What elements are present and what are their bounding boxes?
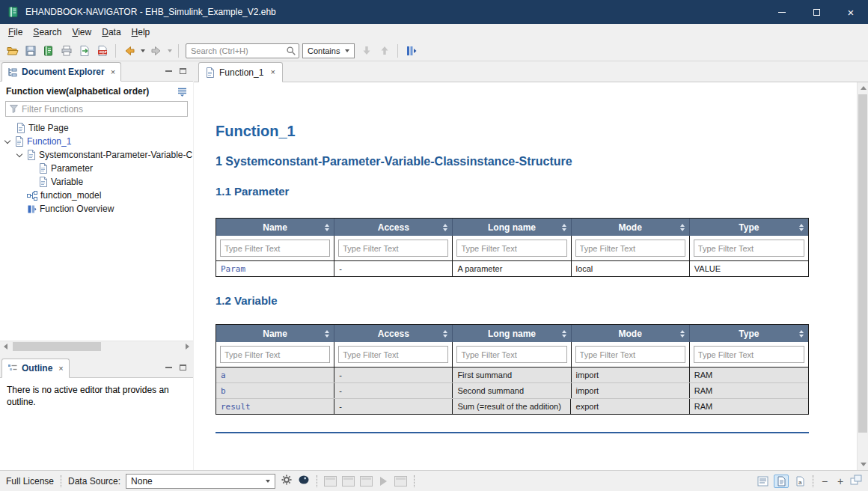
column-header-type[interactable]: Type [690,325,808,342]
column-header-name[interactable]: Name [216,325,334,342]
view-menu-icon[interactable] [177,87,187,97]
column-header-mode[interactable]: Mode [572,219,690,236]
minimize-view-icon [165,367,172,368]
parameter-filter-access-input[interactable] [338,240,448,257]
scroll-up-button[interactable] [858,82,868,94]
maximize-view-button[interactable] [180,365,186,370]
column-header-mode[interactable]: Mode [572,325,690,342]
back-history-dropdown[interactable] [138,43,147,59]
search-input[interactable] [186,43,299,58]
menu-view[interactable]: View [67,25,97,39]
column-header-long-name[interactable]: Long name [453,219,571,236]
forward-history-dropdown[interactable] [165,43,174,59]
zoom-reset-button[interactable] [850,475,862,488]
table-row[interactable]: result - Sum (=result of the addition) e… [216,398,808,414]
contains-label: Contains [308,46,340,55]
page-view-button[interactable] [774,475,789,488]
parameter-filter-name-input[interactable] [220,240,330,257]
text-view-button[interactable]: a [792,475,807,488]
column-header-access[interactable]: Access [334,325,453,342]
column-header-type[interactable]: Type [690,219,808,236]
tree-item-function-1[interactable]: Function_1 [0,135,193,148]
menu-search[interactable]: Search [28,25,67,39]
tab-document-explorer[interactable]: Document Explorer × [1,62,121,82]
next-match-button[interactable] [358,43,375,59]
maximize-button[interactable] [799,0,834,24]
tree-item-function-overview[interactable]: Function Overview [0,202,193,216]
variable-filter-access-input[interactable] [338,346,448,363]
close-button[interactable]: × [834,0,868,24]
measurement-window-button[interactable] [324,476,337,487]
column-header-name[interactable]: Name [216,219,334,236]
sort-icon [562,224,566,231]
calibration-window-button[interactable] [342,476,355,487]
previous-match-button[interactable] [376,43,393,59]
minimize-view-button[interactable] [165,367,172,368]
minimize-view-button[interactable] [165,70,172,72]
export-handbook-button[interactable] [40,43,57,59]
visualization-button[interactable] [298,475,310,487]
scroll-down-button[interactable] [858,459,868,470]
parameter-filter-long-name-input[interactable] [456,240,566,257]
tree-item-structure[interactable]: Systemconstant-Parameter-Variable-C [0,148,193,162]
main-area: Document Explorer × Function view(alphab… [0,61,868,470]
sort-icon [799,224,804,231]
close-icon[interactable]: × [111,68,115,76]
chevron-down-icon[interactable] [16,150,22,156]
panel-sash[interactable] [0,352,193,358]
zoom-in-button[interactable]: + [834,476,846,487]
chevron-down-icon[interactable] [4,137,10,143]
pdf-export-button[interactable] [94,43,111,59]
chevron-down-icon [168,49,172,52]
tree-item-title-page[interactable]: Title Page [0,121,193,135]
sort-icon [443,224,447,231]
scrollbar-track[interactable] [11,341,182,352]
stop-measurement-button[interactable] [394,476,407,487]
scrollbar-thumb[interactable] [13,342,101,351]
filter-functions-input[interactable] [22,102,187,116]
back-button[interactable] [120,43,138,59]
maximize-view-button[interactable] [180,68,186,74]
variable-filter-mode-input[interactable] [575,346,685,363]
scroll-left-button[interactable] [0,341,11,352]
tree-item-function-model[interactable]: function_model [0,189,193,202]
scrollbar-thumb[interactable] [858,94,867,433]
variable-filter-long-name-input[interactable] [456,346,566,363]
tree-item-parameter[interactable]: Parameter [0,162,193,175]
menu-data[interactable]: Data [97,25,126,39]
table-row[interactable]: b - Second summand import RAM [216,382,808,398]
column-header-long-name[interactable]: Long name [453,325,571,342]
chevron-down-icon [266,480,270,483]
menu-file[interactable]: File [3,25,28,39]
data-source-dropdown[interactable]: None [126,474,275,489]
minimize-view-icon [165,70,172,72]
parameter-filter-mode-input[interactable] [575,240,685,257]
variable-filter-type-input[interactable] [694,346,804,363]
minimize-button[interactable] [765,0,799,24]
parameter-filter-type-input[interactable] [694,240,804,257]
menu-help[interactable]: Help [126,25,156,39]
data-source-settings-button[interactable] [281,474,293,488]
zoom-out-button[interactable]: − [819,476,831,487]
print-button[interactable] [58,43,75,59]
tab-function-1[interactable]: Function_1 × [198,62,283,82]
export-button[interactable] [76,43,93,59]
single-page-view-button[interactable] [755,475,770,488]
table-row[interactable]: Param - A parameter local VALUE [216,261,808,276]
start-measurement-icon[interactable] [380,477,387,486]
contains-dropdown[interactable]: Contains [302,43,355,58]
close-icon[interactable]: × [58,365,63,373]
tree-item-variable[interactable]: Variable [0,175,193,189]
forward-button[interactable] [147,43,165,59]
save-button[interactable] [22,43,39,59]
experiment-window-button[interactable] [360,476,373,487]
column-header-access[interactable]: Access [334,219,453,236]
scroll-right-button[interactable] [182,341,193,352]
function-overview-button[interactable] [403,43,420,59]
open-button[interactable] [4,43,21,59]
function-overview-icon [406,45,418,57]
table-row[interactable]: a - First summand import RAM [216,368,808,382]
variable-filter-name-input[interactable] [220,346,330,363]
tab-outline[interactable]: Outline × [1,359,70,378]
close-icon[interactable]: × [270,68,275,76]
